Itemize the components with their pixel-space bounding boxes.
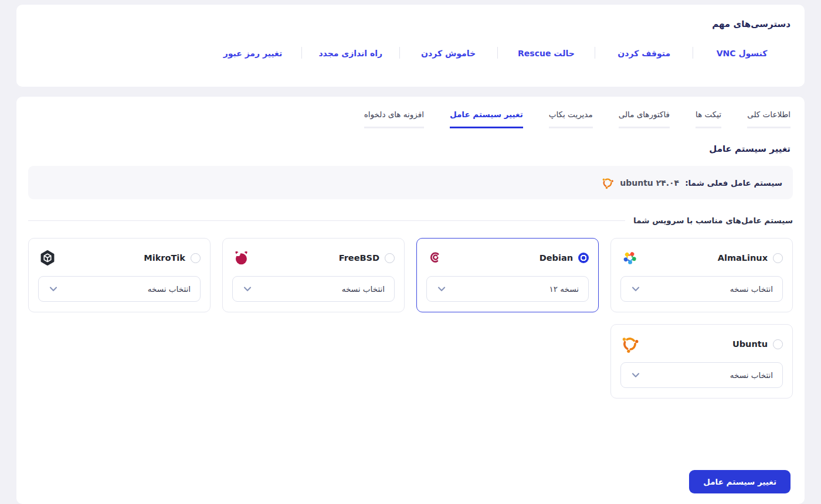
link-restart[interactable]: راه اندازی مجدد (318, 49, 382, 58)
suitable-os-title: سیستم عامل‌های مناسب با سرویس شما (633, 216, 793, 225)
dropdown-label: انتخاب نسخه (730, 370, 773, 380)
divider (693, 47, 693, 59)
link-shutdown[interactable]: خاموش کردن (421, 49, 476, 58)
chevron-down-icon (436, 284, 447, 294)
divider (399, 47, 400, 59)
chevron-down-icon (630, 370, 641, 380)
os-name: MikroTik (144, 253, 185, 263)
current-os-value: ubuntu ۲۴.۰۴ (620, 178, 679, 188)
os-card-debian[interactable]: Debian نسخه ۱۲ (416, 238, 599, 312)
quick-access-panel: دسترسی‌های مهم کنسول VNC متوقف کردن حالت… (16, 5, 805, 87)
version-dropdown-ubuntu[interactable]: انتخاب نسخه (620, 362, 783, 388)
ubuntu-logo-icon (601, 176, 614, 189)
os-name: Debian (540, 253, 573, 263)
quick-access-links: کنسول VNC متوقف کردن حالت Rescue خاموش ک… (204, 47, 791, 59)
tab-tickets[interactable]: تیکت ها (696, 110, 721, 128)
os-card-almalinux[interactable]: AlmaLinux انتخاب نسخه (610, 238, 793, 312)
chevron-down-icon (242, 284, 253, 294)
os-name: Ubuntu (732, 339, 768, 349)
tab-change-os[interactable]: تغییر سیستم عامل (450, 110, 523, 128)
tab-addons[interactable]: افزونه های دلخواه (364, 110, 424, 128)
os-change-panel: اطلاعات کلی تیکت ها فاکتورهای مالی مدیری… (16, 97, 805, 504)
link-vnc-console[interactable]: کنسول VNC (717, 49, 768, 58)
divider (28, 220, 625, 221)
radio-mikrotik[interactable] (191, 253, 201, 263)
link-stop[interactable]: متوقف کردن (618, 49, 670, 58)
os-name: FreeBSD (339, 253, 379, 263)
divider (497, 47, 498, 59)
chevron-down-icon (630, 284, 641, 294)
os-cards-grid: AlmaLinux انتخاب نسخه (28, 238, 793, 399)
os-card-freebsd[interactable]: FreeBSD انتخاب نسخه (222, 238, 405, 312)
tab-invoices[interactable]: فاکتورهای مالی (619, 110, 670, 128)
mikrotik-logo-icon (38, 248, 57, 267)
link-rescue-mode[interactable]: حالت Rescue (518, 49, 575, 58)
radio-freebsd[interactable] (385, 253, 395, 263)
debian-logo-icon (426, 248, 445, 267)
os-card-ubuntu[interactable]: Ubuntu انتخاب نسخه (610, 324, 793, 399)
radio-ubuntu[interactable] (773, 339, 783, 349)
page-title: تغییر سیستم عامل (30, 144, 791, 154)
os-name: AlmaLinux (718, 253, 768, 263)
current-os-bar: سیستم عامل فعلی شما: ubuntu ۲۴.۰۴ (28, 166, 793, 199)
chevron-down-icon (48, 284, 59, 294)
link-change-password[interactable]: تغییر رمز عبور (223, 49, 283, 58)
almalinux-logo-icon (620, 248, 639, 267)
dropdown-label: انتخاب نسخه (148, 284, 191, 294)
radio-debian[interactable] (578, 253, 589, 263)
version-dropdown-freebsd[interactable]: انتخاب نسخه (232, 276, 395, 302)
dropdown-label: نسخه ۱۲ (549, 284, 579, 294)
divider (301, 47, 302, 59)
version-dropdown-mikrotik[interactable]: انتخاب نسخه (38, 276, 201, 302)
current-os-label: سیستم عامل فعلی شما: (685, 178, 782, 188)
version-dropdown-debian[interactable]: نسخه ۱۲ (426, 276, 589, 302)
dropdown-label: انتخاب نسخه (342, 284, 385, 294)
ubuntu-logo-icon (620, 335, 639, 353)
tab-general-info[interactable]: اطلاعات کلی (747, 110, 791, 128)
radio-almalinux[interactable] (773, 253, 783, 263)
version-dropdown-almalinux[interactable]: انتخاب نسخه (620, 276, 783, 302)
tab-bar: اطلاعات کلی تیکت ها فاکتورهای مالی مدیری… (16, 97, 805, 128)
divider (595, 47, 595, 59)
change-os-button[interactable]: تغییر سیستم عامل (689, 470, 791, 493)
os-card-mikrotik[interactable]: MikroTik انتخاب نسخه (28, 238, 211, 312)
dropdown-label: انتخاب نسخه (730, 284, 773, 294)
quick-access-title: دسترسی‌های مهم (30, 19, 791, 29)
suitable-os-header: سیستم عامل‌های مناسب با سرویس شما (28, 216, 793, 225)
freebsd-logo-icon (232, 248, 251, 267)
tab-backup-management[interactable]: مدیریت بکاپ (549, 110, 593, 128)
